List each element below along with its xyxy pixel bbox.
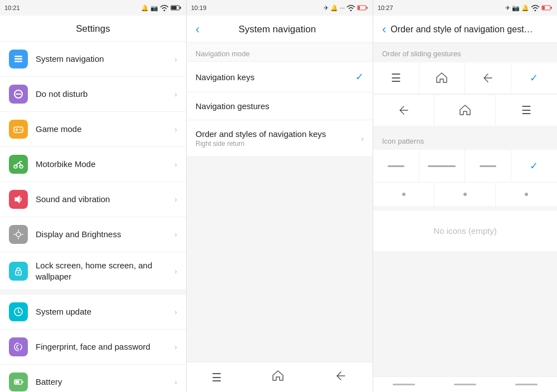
no-icons-section: No icons (empty) [373, 210, 557, 251]
settings-item-do-not-disturb[interactable]: Do not disturb › [0, 77, 186, 112]
svg-rect-2 [180, 7, 181, 9]
dots-icon: ··· [340, 4, 345, 11]
gesture-back-icon [482, 72, 494, 84]
panel-system-navigation: ‹ System navigation Navigation mode Navi… [187, 16, 373, 392]
settings-item-lockscreen[interactable]: Lock screen, home screen, and wallpaper … [0, 252, 186, 290]
nav-keys-label: Navigation keys [196, 72, 355, 82]
gesture-cell-back[interactable] [465, 62, 511, 94]
system-navigation-icon [9, 50, 28, 68]
svg-rect-4 [358, 6, 360, 9]
system-navigation-label: System navigation [36, 53, 174, 65]
bottom-back-btn[interactable] [334, 369, 348, 385]
pattern-cell-line2[interactable] [419, 150, 466, 182]
pattern-cell-dot3[interactable] [496, 183, 557, 206]
panel-settings: Settings System navigation › Do not dist… [0, 16, 187, 392]
pattern-line-icon [388, 165, 404, 167]
status-bars: 10:21 🔔 📷 10:19 ✈ 🔔 ··· 10:27 ✈ 📷 🔔 [0, 0, 557, 16]
settings-item-display[interactable]: Display and Brightness › [0, 217, 186, 252]
gesture2-back-icon [398, 104, 410, 116]
chevron-lockscreen: › [174, 267, 177, 276]
settings-item-fingerprint[interactable]: Fingerprint, face and password › [0, 330, 186, 365]
pattern-check-icon: ✓ [530, 160, 538, 172]
settings-item-system-navigation[interactable]: System navigation › [0, 42, 186, 77]
style-bottom-bar [373, 376, 557, 392]
game-mode-label: Game mode [36, 124, 174, 135]
battery-label: Battery [36, 376, 174, 388]
chevron-sound: › [174, 195, 177, 204]
settings-item-system-update[interactable]: System update › [0, 295, 186, 330]
gesture-grid-row1: ☰ ✓ [373, 62, 557, 95]
wifi-icon [160, 4, 169, 11]
order-styles-chevron: › [361, 134, 364, 143]
battery-settings-icon [9, 373, 28, 391]
settings-list: System navigation › Do not disturb › Gam… [0, 42, 186, 392]
settings-item-game-mode[interactable]: Game mode › [0, 112, 186, 147]
motorbike-icon [9, 155, 28, 174]
gesture-cell-home[interactable] [419, 62, 466, 94]
game-mode-icon [9, 120, 28, 139]
airplane-icon-mid: ✈ [324, 4, 329, 12]
gesture-menu-icon: ☰ [391, 71, 401, 85]
nav-keys-item[interactable]: Navigation keys ✓ [187, 62, 373, 92]
settings-item-sound[interactable]: Sound and vibration › [0, 182, 186, 217]
order-styles-item[interactable]: Order and styles of navigation keys Righ… [187, 120, 373, 157]
svg-rect-1 [172, 6, 177, 9]
bottom-menu-btn[interactable]: ☰ [212, 371, 222, 384]
chevron-display: › [174, 230, 177, 239]
time-right: 10:27 [378, 4, 393, 11]
battery-icon [170, 4, 182, 11]
back-button-nav[interactable]: ‹ [196, 23, 199, 36]
svg-rect-8 [551, 7, 552, 9]
bottom-home-btn[interactable] [271, 369, 285, 385]
back-button-style[interactable]: ‹ [382, 23, 386, 36]
motorbike-label: Motorbike Mode [36, 159, 174, 170]
pattern-cell-check[interactable]: ✓ [511, 150, 558, 182]
bottom-line-mid [454, 384, 476, 385]
system-nav-header: ‹ System navigation [187, 16, 373, 43]
settings-item-motorbike[interactable]: Motorbike Mode › [0, 147, 186, 182]
gesture-cell-check1[interactable]: ✓ [511, 62, 558, 94]
chevron-battery: › [174, 378, 177, 386]
chevron-system-nav: › [174, 55, 177, 63]
pattern-cell-dot1[interactable] [373, 183, 434, 206]
svg-point-22 [16, 232, 21, 237]
status-icons-mid: ✈ 🔔 ··· [324, 4, 368, 12]
camera-icon: 📷 [150, 4, 158, 12]
gesture-cell-menu[interactable]: ☰ [373, 62, 419, 94]
wifi-icon-right [531, 4, 540, 11]
gesture-section-label: Order of sliding gestures [373, 43, 557, 62]
svg-rect-32 [22, 381, 23, 383]
pattern-cell-line3[interactable] [465, 150, 511, 182]
chevron-system-update: › [174, 307, 177, 316]
gesture-cell2-home[interactable] [434, 95, 496, 126]
fingerprint-label: Fingerprint, face and password [36, 341, 174, 352]
display-label: Display and Brightness [36, 229, 174, 240]
status-icons-left: 🔔 📷 [141, 4, 182, 12]
svg-marker-21 [15, 196, 19, 203]
time-left: 10:21 [4, 4, 20, 11]
lockscreen-icon [9, 262, 28, 281]
notif-right: 🔔 [521, 4, 529, 12]
pattern-dot2-icon [463, 193, 467, 196]
gesture2-menu-icon: ☰ [521, 104, 531, 117]
sound-icon [9, 190, 28, 209]
pattern-cell-dot2[interactable] [434, 183, 496, 206]
nav-empty-space [187, 157, 373, 362]
order-styles-block: Order and styles of navigation keys Righ… [196, 129, 361, 148]
main-layout: Settings System navigation › Do not dist… [0, 16, 557, 392]
status-bar-left: 10:21 🔔 📷 [0, 0, 187, 16]
nav-gestures-item[interactable]: Navigation gestures [187, 92, 373, 120]
chevron-fingerprint: › [174, 342, 177, 351]
gesture-cell2-menu[interactable]: ☰ [496, 95, 557, 126]
style-empty-space [373, 251, 557, 376]
settings-item-battery[interactable]: Battery › [0, 365, 186, 392]
pattern-cell-line1[interactable] [373, 150, 419, 182]
pattern-dot3-icon [525, 193, 528, 196]
status-bar-mid: 10:19 ✈ 🔔 ··· [187, 0, 373, 16]
nav-bottom-bar: ☰ [187, 362, 373, 392]
gesture2-home-icon [459, 104, 471, 116]
gesture-cell2-back[interactable] [373, 95, 434, 126]
do-not-disturb-label: Do not disturb [36, 89, 174, 100]
order-style-header: ‹ Order and style of navigation gestur… [373, 16, 557, 43]
panel-order-style: ‹ Order and style of navigation gestur… … [373, 16, 557, 392]
